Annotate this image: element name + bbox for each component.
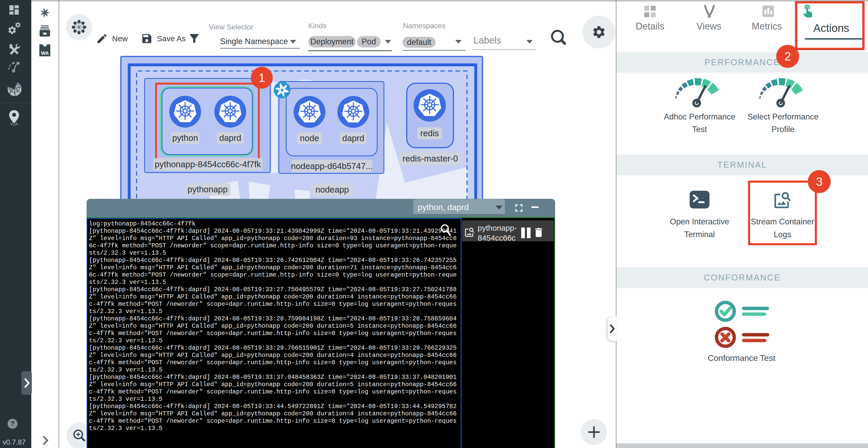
svg-text:WA: WA (41, 50, 49, 56)
